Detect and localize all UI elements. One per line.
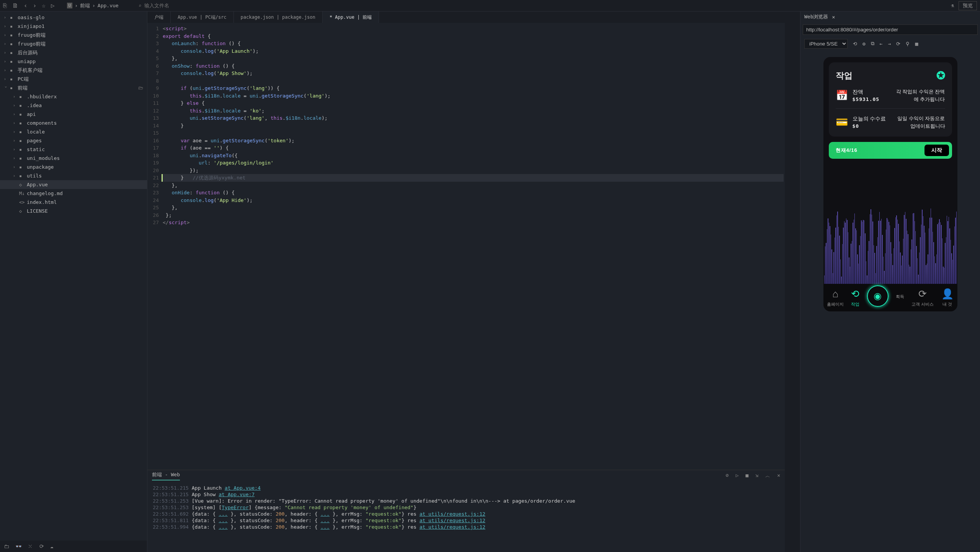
tree-item[interactable]: M↓changelog.md xyxy=(0,189,147,198)
editor-tab[interactable]: App.vue | PC端/src xyxy=(171,11,234,23)
search-icon[interactable]: ⌕ xyxy=(139,3,142,8)
preview-button[interactable]: 预览 xyxy=(959,1,977,10)
breadcrumb-folder[interactable]: 前端 xyxy=(80,2,90,9)
tree-item[interactable]: ›▪locale xyxy=(0,127,147,136)
folder-icon: ▪ xyxy=(19,164,24,170)
tree-item[interactable]: ›▪.hbuilderx xyxy=(0,92,147,101)
reload-icon[interactable]: ⟳ xyxy=(896,41,900,47)
tree-label: App.vue xyxy=(27,182,48,187)
tree-item[interactable]: ›▪uniapp xyxy=(0,57,147,66)
tree-item[interactable]: ›▪pages xyxy=(0,136,147,145)
tree-label: uni_modules xyxy=(27,155,60,161)
console-play-icon[interactable]: ▷ xyxy=(736,472,739,479)
code-editor[interactable]: 1234567891011121314151617181920212223242… xyxy=(147,23,785,470)
bug-icon[interactable]: ⛌ xyxy=(28,543,33,549)
tree-item[interactable]: ›▪前端🗁 xyxy=(0,83,147,92)
nav-back-icon[interactable]: ← xyxy=(880,41,883,47)
tree-item[interactable]: ›▪utils xyxy=(0,171,147,180)
tree-item[interactable]: ›▪components xyxy=(0,119,147,127)
nav-center-button[interactable]: ◉ xyxy=(867,285,889,307)
editor-tab[interactable]: 户端 xyxy=(147,11,171,23)
tree-item[interactable]: ›▪手机客户端 xyxy=(0,66,147,75)
folder-icon: ▪ xyxy=(10,50,15,55)
nav-item[interactable]: ⟳고객 서비스 xyxy=(911,288,934,307)
card-icon: 💳 xyxy=(836,116,848,128)
tree-item[interactable]: ›▪unpackage xyxy=(0,163,147,171)
start-button[interactable]: 시작 xyxy=(924,145,949,156)
console-tab[interactable]: 前端 - Web xyxy=(152,471,180,480)
popout-icon[interactable]: ⧉ xyxy=(871,41,874,47)
forward-icon[interactable]: › xyxy=(33,2,37,9)
gear-icon[interactable]: ⚙ xyxy=(862,41,866,47)
console-square-icon[interactable]: ■ xyxy=(746,472,749,479)
filename-input[interactable] xyxy=(144,3,221,8)
lock-icon[interactable]: ⚲ xyxy=(906,41,910,47)
tree-label: .hbuilderx xyxy=(27,94,57,99)
nav-item[interactable]: ⌂홈페이지 xyxy=(827,288,844,307)
breadcrumb-file[interactable]: App.vue xyxy=(98,3,119,8)
tree-item[interactable]: ›▪fruugo前端 xyxy=(0,39,147,48)
tree-item[interactable]: ›▪.idea xyxy=(0,101,147,110)
tree-item[interactable]: ›▪xinjiapo1 xyxy=(0,22,147,31)
chevron-icon: › xyxy=(4,15,8,20)
tree-item[interactable]: ›▪后台源码 xyxy=(0,48,147,57)
back-icon[interactable]: ‹ xyxy=(24,2,28,9)
nav-item[interactable]: 획득 xyxy=(896,294,904,300)
binoculars-icon[interactable]: 👓 xyxy=(15,543,22,549)
tree-item[interactable]: ›▪uni_modules xyxy=(0,154,147,163)
preview-tab-label[interactable]: Web浏览器 xyxy=(804,13,828,20)
tree-label: pages xyxy=(27,138,42,143)
tree-item[interactable]: ›▪fruugo前端 xyxy=(0,31,147,39)
console-export-icon[interactable]: ⇲ xyxy=(755,472,758,479)
tree-label: fruugo前端 xyxy=(18,41,46,47)
save-icon[interactable]: 🗎 xyxy=(12,2,18,9)
file-explorer: ›▪oasis-glo›▪xinjiapo1›▪fruugo前端›▪fruugo… xyxy=(0,11,147,552)
editor-tab[interactable]: package.json | package.json xyxy=(234,11,323,23)
open-icon[interactable]: ⎘ xyxy=(3,2,7,9)
calendar-icon: 📅 xyxy=(836,90,848,101)
tree-item[interactable]: ›▪static xyxy=(0,145,147,154)
console-close-icon[interactable]: ✕ xyxy=(777,472,780,479)
chevron-icon: › xyxy=(4,42,8,46)
url-input[interactable] xyxy=(803,24,978,35)
nav-icon: 👤 xyxy=(941,288,954,300)
star-icon[interactable]: ☆ xyxy=(42,2,46,9)
chevron-icon: › xyxy=(4,50,8,55)
tree-label: static xyxy=(27,147,45,152)
balance-value: $5931.05 xyxy=(853,96,891,102)
breadcrumb: U › 前端 › App.vue xyxy=(67,2,119,9)
grid-icon[interactable]: ▦ xyxy=(915,41,918,47)
phone-preview[interactable]: 작업 ✪ 📅 잔액 $5931.05 각 작업의 수익은 잔액에 추가됩니다 💳 xyxy=(823,57,957,311)
tree-item[interactable]: ›▪api xyxy=(0,110,147,119)
tree-label: oasis-glo xyxy=(18,15,44,20)
minimap[interactable] xyxy=(785,23,800,552)
cloud-icon[interactable]: ☁ xyxy=(50,543,53,549)
rotate-icon[interactable]: ⟲ xyxy=(853,41,857,47)
console-output[interactable]: 22:53:51.215 App Launch at App.vue:422:5… xyxy=(147,482,785,552)
nav-forward-icon[interactable]: → xyxy=(888,41,891,47)
folder-icon: ▪ xyxy=(19,173,24,179)
tree-item[interactable]: ›▪PC端 xyxy=(0,75,147,83)
folder-icon: ▪ xyxy=(19,129,24,135)
tree-item[interactable]: ◇LICENSE xyxy=(0,207,147,215)
editor-tab[interactable]: * App.vue | 前端 xyxy=(323,11,379,23)
nav-item[interactable]: ⟲작업 xyxy=(851,288,859,307)
progress-text: 현재4/16 xyxy=(836,147,858,154)
tree-item[interactable]: ›▪oasis-glo xyxy=(0,13,147,22)
console-stop-icon[interactable]: ⊘ xyxy=(726,472,729,479)
editor-tabs: 户端App.vue | PC端/srcpackage.json | packag… xyxy=(147,11,800,23)
explorer-icon[interactable]: 🗀 xyxy=(4,543,9,549)
refresh-icon[interactable]: ⟳ xyxy=(39,543,44,549)
nav-item[interactable]: 👤내 것 xyxy=(941,288,954,307)
nav-icon: ⟲ xyxy=(851,288,859,300)
tree-item[interactable]: <>index.html xyxy=(0,198,147,207)
filter-icon[interactable]: ⚗ xyxy=(951,3,954,8)
device-select[interactable]: iPhone 5/SE xyxy=(804,39,848,49)
close-icon[interactable]: ✕ xyxy=(832,14,835,20)
chevron-icon: › xyxy=(4,24,8,28)
tree-item[interactable]: ◇App.vue xyxy=(0,180,147,189)
chevron-icon: › xyxy=(4,59,8,64)
console-collapse-icon[interactable]: ︿ xyxy=(765,472,770,479)
run-icon[interactable]: ▷ xyxy=(51,2,55,9)
md-icon: M↓ xyxy=(19,191,24,196)
